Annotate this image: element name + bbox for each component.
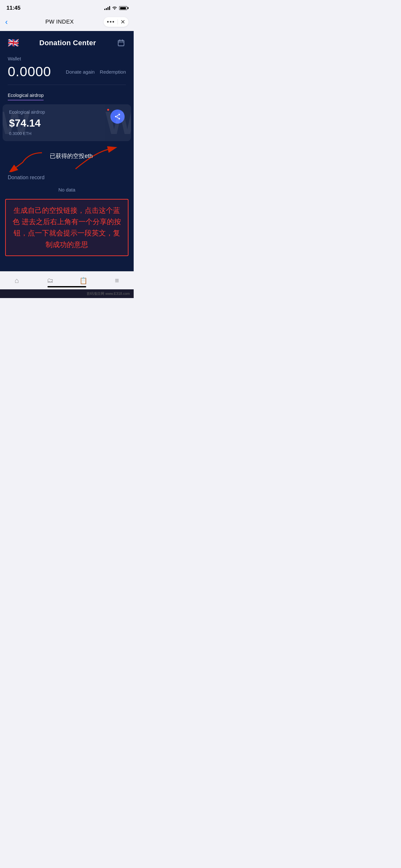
annotation-arrow-area: 已获得的空投eth — [0, 146, 134, 172]
svg-line-8 — [117, 117, 119, 118]
bottom-tab-calendar[interactable]: 📋 — [67, 277, 100, 284]
tab-ecological-airdrop[interactable]: Ecological airdrop — [8, 90, 43, 100]
bottom-tab-home[interactable]: ⌂ — [0, 276, 34, 285]
home-indicator — [48, 286, 86, 287]
status-time: 11:45 — [6, 5, 20, 11]
share-network-icon — [114, 113, 121, 120]
calendar-tab-icon: 📋 — [80, 277, 88, 284]
flag-icon: 🇬🇧 — [8, 37, 19, 48]
airdrop-eth-amount: 0.3000 ETH — [9, 131, 111, 136]
calendar-icon — [117, 39, 125, 47]
annotation-box-text: 生成自己的空投链接，点击这个蓝色 进去之后右上角有一个分享的按钮，点一下就会提示… — [12, 205, 121, 250]
bottom-tab-bar: ⌂ 🗂 📋 ≡ — [0, 271, 134, 289]
battery-icon — [119, 6, 127, 10]
airdrop-card: W W Ecological airdrop $74.14 0.3000 ETH — [3, 104, 131, 141]
svg-line-7 — [117, 115, 119, 116]
nav-close-button[interactable]: ✕ — [120, 19, 125, 26]
nav-divider — [118, 20, 118, 25]
header-section: 🇬🇧 Donation Center — [0, 31, 134, 53]
bottom-tab-wallet[interactable]: 🗂 — [34, 277, 67, 284]
no-data-text: No data — [8, 181, 126, 196]
svg-point-5 — [115, 116, 117, 118]
bottom-tab-menu[interactable]: ≡ — [100, 276, 134, 285]
donation-record-section: Donation record No data — [0, 172, 134, 196]
airdrop-info: Ecological airdrop $74.14 0.3000 ETH — [9, 110, 111, 136]
section-divider — [8, 85, 126, 85]
airdrop-label: Ecological airdrop — [9, 110, 111, 115]
signal-icon — [104, 6, 110, 10]
svg-point-4 — [119, 114, 120, 115]
page-title: Donation Center — [39, 39, 96, 47]
calendar-button[interactable] — [116, 38, 126, 48]
wifi-icon — [112, 5, 117, 11]
wallet-label: Wallet — [8, 56, 126, 61]
airdrop-amount: $74.14 — [9, 117, 111, 129]
nav-actions: ••• ✕ — [104, 17, 128, 27]
nav-more-button[interactable]: ••• — [107, 19, 115, 26]
notification-dot — [107, 109, 109, 111]
back-button[interactable]: ‹ — [5, 18, 16, 27]
airdrop-share-button[interactable] — [111, 110, 125, 124]
status-bar: 11:45 — [0, 0, 134, 14]
menu-icon: ≡ — [115, 276, 119, 285]
donate-again-button[interactable]: Donate again — [66, 69, 95, 74]
home-icon: ⌂ — [14, 276, 19, 285]
donation-record-label: Donation record — [8, 175, 126, 181]
svg-rect-0 — [118, 40, 124, 46]
nav-title: PW INDEX — [45, 19, 74, 25]
wallet-amount: 0.0000 — [8, 64, 51, 80]
nav-bar: ‹ PW INDEX ••• ✕ — [0, 14, 134, 31]
annotation-zh-text: 已获得的空投eth — [42, 152, 100, 160]
annotation-box: 生成自己的空投链接，点击这个蓝色 进去之后右上角有一个分享的按钮，点一下就会提示… — [5, 199, 128, 256]
svg-point-6 — [119, 118, 120, 120]
wallet-row: 0.0000 Donate again Redemption — [8, 64, 126, 80]
watermark: 首码项目网 www.E318.com — [0, 289, 134, 298]
tabs-section: Ecological airdrop — [0, 90, 134, 100]
main-content: 🇬🇧 Donation Center Wallet 0.0000 Donate … — [0, 31, 134, 271]
redemption-button[interactable]: Redemption — [100, 69, 126, 74]
briefcase-icon: 🗂 — [47, 277, 53, 284]
wallet-actions: Donate again Redemption — [66, 69, 126, 74]
svg-point-9 — [117, 116, 118, 117]
status-icons — [104, 5, 127, 11]
wallet-section: Wallet 0.0000 Donate again Redemption — [0, 53, 134, 85]
